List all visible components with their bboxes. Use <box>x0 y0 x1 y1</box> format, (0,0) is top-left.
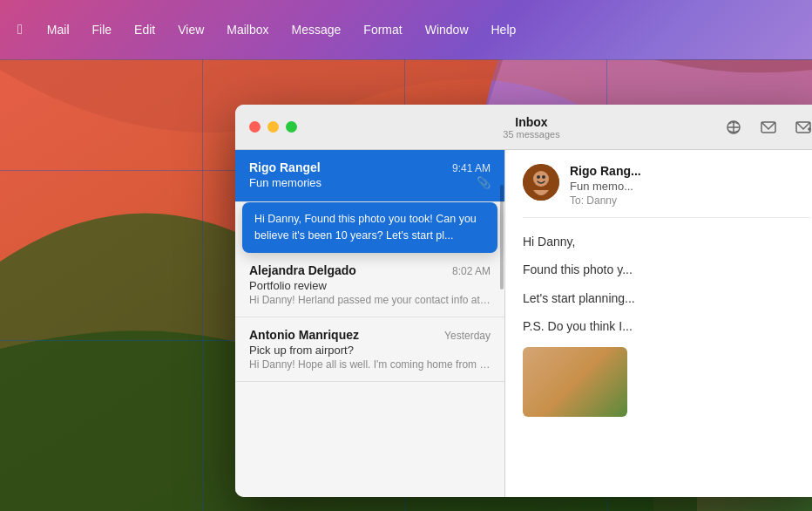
message-tooltip: Hi Danny, Found this photo you took! Can… <box>242 202 497 253</box>
minimize-button[interactable] <box>267 121 279 133</box>
window-title: Inbox <box>503 115 559 129</box>
window-controls <box>249 121 297 133</box>
message-item-1[interactable]: Rigo Rangel 9:41 AM Fun memories 📎 <box>235 150 504 202</box>
window-toolbar-icons <box>723 117 812 138</box>
maximize-button[interactable] <box>286 121 297 133</box>
window-content: Rigo Rangel 9:41 AM Fun memories 📎 Hi Da… <box>235 150 812 497</box>
window-title-area: Inbox 35 messages <box>503 115 559 140</box>
detail-sender-name: Rigo Rang... <box>570 164 641 178</box>
svg-point-10 <box>533 171 549 187</box>
message-preview-2: Hi Danny! Herland passed me your contact… <box>249 294 491 306</box>
sender-name-2: Alejandra Delgado <box>249 263 356 277</box>
scrollbar-track[interactable] <box>499 150 504 497</box>
message-item-2[interactable]: Alejandra Delgado 8:02 AM Portfolio revi… <box>235 253 504 317</box>
message-item-3[interactable]: Antonio Manriquez Yesterday Pick up from… <box>235 317 504 382</box>
menu-edit[interactable]: Edit <box>131 21 159 38</box>
mail-window: Inbox 35 messages <box>235 105 812 497</box>
body-line-3: Let's start planning... <box>523 289 810 308</box>
sender-name-1: Rigo Rangel <box>249 160 321 174</box>
menu-help[interactable]: Help <box>488 21 520 38</box>
apple-icon[interactable]:  <box>17 22 23 37</box>
menu-format[interactable]: Format <box>360 21 405 38</box>
attachment-icon: 📎 <box>477 176 491 189</box>
detail-body: Hi Danny, Found this photo y... Let's st… <box>523 232 810 417</box>
menu-view[interactable]: View <box>174 21 207 38</box>
detail-sender-info: Rigo Rang... Fun memo... To: Danny <box>570 164 641 207</box>
detail-header: Rigo Rang... Fun memo... To: Danny <box>523 164 810 218</box>
menu-bar:  Mail File Edit View Mailbox Message Fo… <box>0 0 812 59</box>
svg-point-11 <box>537 175 540 179</box>
sender-avatar <box>523 164 559 201</box>
compose-icon[interactable] <box>758 117 779 138</box>
menu-mailbox[interactable]: Mailbox <box>223 21 272 38</box>
body-line-4: P.S. Do you think I... <box>523 317 810 336</box>
message-time-2: 8:02 AM <box>452 265 491 277</box>
close-button[interactable] <box>249 121 261 133</box>
svg-point-12 <box>542 175 545 179</box>
message-time-3: Yesterday <box>444 330 491 342</box>
filter-icon[interactable] <box>723 117 744 138</box>
body-line-1: Hi Danny, <box>523 232 810 251</box>
message-subject-2: Portfolio review <box>249 279 491 292</box>
window-subtitle: 35 messages <box>503 129 559 140</box>
menu-message[interactable]: Message <box>288 21 345 38</box>
menu-file[interactable]: File <box>89 21 116 38</box>
message-subject-3: Pick up from airport? <box>249 344 491 357</box>
body-line-2: Found this photo y... <box>523 260 810 279</box>
sender-name-3: Antonio Manriquez <box>249 328 359 342</box>
detail-photo <box>523 347 627 417</box>
detail-to: To: Danny <box>570 194 641 207</box>
scrollbar-thumb <box>500 185 504 290</box>
new-message-icon[interactable] <box>793 117 812 138</box>
message-preview-3: Hi Danny! Hope all is well. I'm coming h… <box>249 358 491 371</box>
menu-mail[interactable]: Mail <box>44 21 73 38</box>
message-detail: Rigo Rang... Fun memo... To: Danny Hi Da… <box>505 150 812 497</box>
detail-subject: Fun memo... <box>570 180 641 193</box>
menu-window[interactable]: Window <box>422 21 472 38</box>
window-titlebar: Inbox 35 messages <box>235 105 812 150</box>
message-time-1: 9:41 AM <box>452 162 491 174</box>
message-subject-1: Fun memories <box>249 176 491 189</box>
message-list: Rigo Rangel 9:41 AM Fun memories 📎 Hi Da… <box>235 150 505 497</box>
